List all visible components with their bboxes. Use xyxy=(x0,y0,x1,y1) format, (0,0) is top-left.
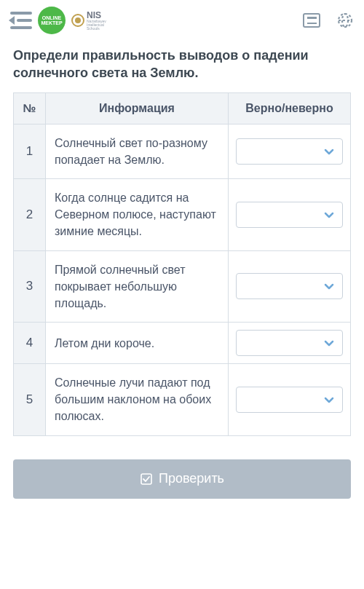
table-row: 1 Солнечный свет по-разному попадает на … xyxy=(14,124,351,178)
row-text: Солнечные лучи падают под большим наклон… xyxy=(46,364,229,436)
chevron-down-icon xyxy=(323,209,335,221)
col-header-num: № xyxy=(14,92,46,124)
answer-dropdown[interactable] xyxy=(236,138,343,165)
online-mektep-logo[interactable]: ONLINE MEKTEP xyxy=(38,7,66,34)
row-text: Когда солнце садится на Северном полюсе,… xyxy=(46,178,229,250)
chevron-down-icon xyxy=(323,280,335,292)
table-row: 5 Солнечные лучи падают под большим накл… xyxy=(14,364,351,436)
logo-line1: ONLINE xyxy=(42,15,61,20)
list-icon[interactable] xyxy=(303,13,320,28)
answer-dropdown[interactable] xyxy=(236,273,343,299)
nis-logo[interactable]: NIS Nazarbayev Intellectual Schools xyxy=(71,11,106,31)
row-text: Прямой солнечный свет покрывает небольшу… xyxy=(46,250,229,323)
header-left: ONLINE MEKTEP NIS Nazarbayev Intellectua… xyxy=(10,7,106,34)
nis-emblem-icon xyxy=(71,14,84,27)
menu-icon[interactable] xyxy=(10,12,32,29)
chevron-down-icon xyxy=(323,146,335,157)
row-answer-cell xyxy=(229,178,351,250)
row-answer-cell xyxy=(229,364,351,436)
row-answer-cell xyxy=(229,250,351,323)
nis-text: NIS Nazarbayev Intellectual Schools xyxy=(87,11,106,31)
language-icon[interactable] xyxy=(336,12,354,29)
col-header-info: Информация xyxy=(46,92,229,124)
check-button[interactable]: Проверить xyxy=(13,459,351,499)
statements-table: № Информация Верно/неверно 1 Солнечный с… xyxy=(13,92,351,436)
row-num: 2 xyxy=(14,178,46,250)
row-answer-cell xyxy=(229,323,351,364)
header-right xyxy=(303,12,354,29)
logo-line2: MEKTEP xyxy=(41,20,62,25)
check-button-label: Проверить xyxy=(159,471,224,486)
col-header-tf: Верно/неверно xyxy=(229,92,351,124)
row-answer-cell xyxy=(229,124,351,178)
chevron-down-icon xyxy=(323,394,335,406)
row-text: Летом дни короче. xyxy=(46,323,229,364)
nis-sub3: Schools xyxy=(87,27,106,31)
table-row: 4 Летом дни короче. xyxy=(14,323,351,364)
row-num: 5 xyxy=(14,364,46,436)
answer-dropdown[interactable] xyxy=(236,387,343,413)
row-text: Солнечный свет по-разному попадает на Зе… xyxy=(46,124,229,178)
answer-dropdown[interactable] xyxy=(236,330,343,356)
question-title: Определи правильность выводов о падении … xyxy=(13,47,351,82)
table-row: 3 Прямой солнечный свет покрывает неболь… xyxy=(14,250,351,323)
content-area: Определи правильность выводов о падении … xyxy=(0,41,364,516)
row-num: 4 xyxy=(14,323,46,364)
chevron-down-icon xyxy=(323,337,335,349)
check-icon xyxy=(140,473,153,486)
answer-dropdown[interactable] xyxy=(236,202,343,228)
nis-abbr: NIS xyxy=(87,11,106,20)
row-num: 3 xyxy=(14,250,46,323)
app-header: ONLINE MEKTEP NIS Nazarbayev Intellectua… xyxy=(0,0,364,41)
row-num: 1 xyxy=(14,124,46,178)
table-row: 2 Когда солнце садится на Северном полюс… xyxy=(14,178,351,250)
